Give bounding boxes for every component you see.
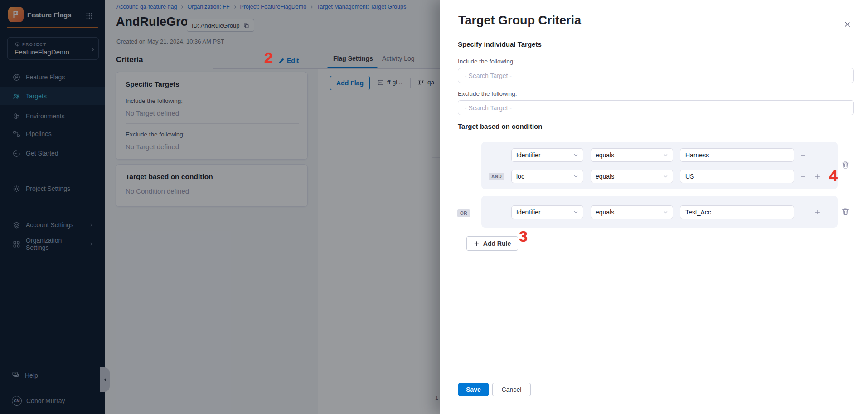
delete-rule-button[interactable] [841, 208, 850, 217]
attribute-select-value: Identifier [516, 209, 541, 216]
annotation-3: 3 [519, 228, 528, 245]
modal-footer-divider [440, 365, 868, 365]
close-icon[interactable] [841, 18, 853, 30]
condition-value-input[interactable] [680, 205, 794, 219]
condition-heading: Target based on condition [458, 122, 542, 130]
add-condition-button[interactable] [812, 171, 822, 181]
add-condition-button[interactable] [812, 207, 822, 217]
operator-select-value: equals [596, 209, 614, 216]
include-target-search-input[interactable] [458, 68, 854, 83]
plus-icon [814, 209, 820, 215]
cancel-button[interactable]: Cancel [492, 383, 531, 396]
attribute-select-value: loc [516, 173, 524, 180]
chevron-down-icon [663, 209, 668, 216]
attribute-select[interactable]: Identifier [511, 205, 583, 219]
chevron-down-icon [663, 151, 668, 159]
operator-select[interactable]: equals [591, 170, 673, 183]
modal-title: Target Group Criteria [458, 14, 581, 28]
operator-select[interactable]: equals [591, 205, 673, 219]
attribute-select-value: Identifier [516, 151, 541, 159]
include-following-label: Include the following: [458, 58, 515, 65]
annotation-4: 4 [829, 167, 838, 185]
minus-icon [800, 173, 806, 180]
exclude-following-label: Exclude the following: [458, 90, 517, 97]
annotation-2: 2 [264, 49, 273, 67]
operator-select-value: equals [596, 173, 614, 180]
plus-icon [474, 241, 480, 247]
operator-select-value: equals [596, 151, 614, 159]
plus-icon [814, 173, 820, 180]
remove-condition-button[interactable] [798, 150, 808, 160]
target-group-criteria-modal: Target Group Criteria Specify individual… [440, 0, 868, 414]
chevron-down-icon [663, 173, 668, 180]
chevron-down-icon [573, 151, 578, 159]
rule-group: Identifier equals AND loc equals [481, 142, 838, 189]
minus-icon [800, 152, 806, 158]
trash-icon [841, 208, 849, 216]
delete-rule-button[interactable] [841, 161, 850, 170]
condition-value-input[interactable] [680, 148, 794, 162]
add-rule-label: Add Rule [483, 240, 511, 247]
add-rule-button[interactable]: Add Rule [466, 236, 518, 251]
rule-group: Identifier equals [481, 196, 838, 228]
operator-select[interactable]: equals [591, 148, 673, 162]
chevron-down-icon [573, 173, 578, 180]
app-root: Feature Flags PROJECT FeatureFlagDemo Fe… [0, 0, 868, 414]
specify-targets-heading: Specify individual Targets [458, 40, 542, 48]
chevron-down-icon [573, 209, 578, 216]
conjunction-badge: OR [457, 209, 470, 217]
attribute-select[interactable]: loc [511, 170, 583, 183]
trash-icon [841, 161, 849, 169]
remove-condition-button[interactable] [798, 171, 808, 181]
exclude-target-search-input[interactable] [458, 100, 854, 115]
modal-backdrop[interactable] [0, 0, 440, 414]
conjunction-badge: AND [489, 173, 504, 180]
condition-value-input[interactable] [680, 170, 794, 183]
save-button[interactable]: Save [458, 383, 489, 396]
attribute-select[interactable]: Identifier [511, 148, 583, 162]
